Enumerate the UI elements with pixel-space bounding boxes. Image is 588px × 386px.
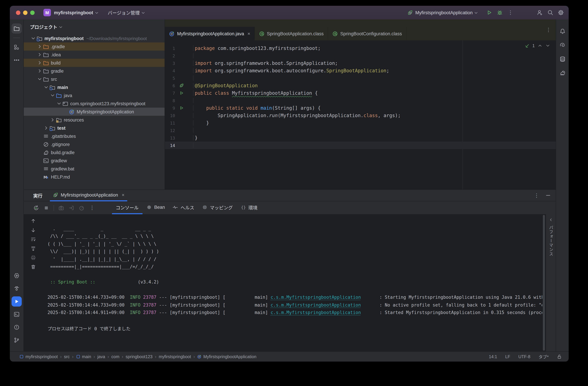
chevron-down-icon[interactable] xyxy=(43,85,49,90)
chevron-down-icon[interactable] xyxy=(50,93,55,98)
unlock-icon[interactable] xyxy=(557,354,562,359)
close-icon[interactable]: × xyxy=(248,31,250,36)
project-widget[interactable]: M myfirstspringboot xyxy=(43,9,99,16)
scroll-end-button[interactable] xyxy=(31,246,36,251)
search-everywhere-button[interactable] xyxy=(547,9,553,16)
tree-item[interactable]: .gitignore xyxy=(24,140,165,148)
tree-item[interactable]: gradlew.bat xyxy=(24,165,165,173)
soft-wrap-button[interactable] xyxy=(31,237,36,242)
tree-item[interactable]: .gradle xyxy=(24,43,165,51)
tree-item[interactable]: .idea xyxy=(24,51,165,59)
console-output[interactable]: . ____ _ __ _ _ /\\ / ___'_ __ _ _(_)_ _… xyxy=(43,214,542,351)
settings-button[interactable] xyxy=(558,9,564,16)
rerun-button[interactable] xyxy=(33,205,39,211)
run-configuration-tab[interactable]: MyfirstspringbootApplication × xyxy=(50,190,127,201)
performance-side-tab[interactable]: パフォーマンス xyxy=(546,214,556,351)
camera-button[interactable] xyxy=(58,205,64,211)
project-folder-button[interactable] xyxy=(12,23,22,34)
chevron-down-icon[interactable] xyxy=(56,101,62,106)
run-button[interactable] xyxy=(486,9,492,16)
printer-button[interactable] xyxy=(31,255,36,260)
spring-leaf-icon[interactable] xyxy=(177,83,186,88)
tree-item[interactable]: java xyxy=(24,91,165,99)
editor-body[interactable]: 1 1package com.springboot123.myfirstspri… xyxy=(165,40,556,189)
console-tab-マッピング[interactable]: マッピング xyxy=(198,201,236,214)
run-active-button[interactable] xyxy=(12,296,22,307)
run-panel-options-button[interactable]: ⋮ xyxy=(533,192,540,198)
tree-item[interactable]: com.springboot123.myfirstspringboot xyxy=(24,99,165,108)
debug-button[interactable] xyxy=(497,9,503,16)
breadcrumb-item[interactable]: myfirstspringboot xyxy=(159,354,191,359)
minimize-window-button[interactable] xyxy=(23,10,27,15)
arrow-up-button[interactable] xyxy=(31,218,36,224)
run-triangle-icon[interactable] xyxy=(177,91,186,95)
arrow-down-button[interactable] xyxy=(31,227,36,233)
build-tool-button[interactable] xyxy=(12,283,22,294)
more-actions-button[interactable]: ⋮ xyxy=(507,9,514,16)
database-button[interactable] xyxy=(559,56,566,62)
file-encoding[interactable]: UTF-8 xyxy=(518,354,530,359)
chevron-right-icon[interactable] xyxy=(43,125,49,131)
tree-item[interactable]: build xyxy=(24,59,165,67)
bell-button[interactable] xyxy=(559,28,566,34)
close-icon[interactable]: × xyxy=(122,192,125,197)
run-configuration-widget[interactable]: MyfirstspringbootApplication xyxy=(407,10,478,15)
console-tab-bean[interactable]: Bean xyxy=(142,201,169,214)
tree-item[interactable]: MyfirstspringbootApplication xyxy=(24,108,165,116)
stop-button[interactable] xyxy=(43,205,49,211)
problems-button[interactable] xyxy=(12,322,22,332)
commit-button[interactable] xyxy=(12,42,22,52)
services-button[interactable] xyxy=(12,271,22,281)
breadcrumb-item[interactable]: com xyxy=(111,354,119,359)
line-ending[interactable]: LF xyxy=(505,354,510,359)
add-user-button[interactable] xyxy=(537,9,543,16)
chevron-right-icon[interactable] xyxy=(37,68,42,74)
tree-item[interactable]: myfirstspringboot~/Downloads/myfirstspri… xyxy=(24,34,165,43)
breadcrumb-item[interactable]: java xyxy=(97,354,105,359)
console-tab-コンソール[interactable]: コンソール xyxy=(112,201,142,214)
chevron-right-icon[interactable] xyxy=(37,44,42,49)
tree-item[interactable]: gradlew xyxy=(24,157,165,165)
breadcrumb-item[interactable]: MyfirstspringbootApplication xyxy=(197,354,256,359)
console-tab-環境[interactable]: {}環境 xyxy=(236,201,261,214)
tree-item[interactable]: main xyxy=(24,83,165,91)
gradle-elephant-button[interactable] xyxy=(559,70,566,76)
trash-button[interactable] xyxy=(31,264,36,270)
editor-tab[interactable]: SpringBootConfiguration.class xyxy=(328,27,406,40)
tab-list-menu-button[interactable]: ⋮ xyxy=(546,27,551,33)
vcs-widget[interactable]: バージョン管理 xyxy=(108,9,145,16)
zoom-window-button[interactable] xyxy=(30,10,35,15)
ai-assistant-button[interactable] xyxy=(559,42,566,48)
editor-tab[interactable]: SpringBootApplication.class xyxy=(255,27,328,40)
gauge-button[interactable] xyxy=(79,205,84,211)
tree-item[interactable]: MHELP.md xyxy=(24,173,165,181)
more-button[interactable] xyxy=(12,55,22,65)
terminal-button[interactable] xyxy=(12,309,22,319)
tree-item[interactable]: resources xyxy=(24,116,165,124)
console-tab-ヘルス[interactable]: ヘルス xyxy=(169,201,198,214)
hide-panel-button[interactable] xyxy=(545,192,551,198)
caret-position[interactable]: 14:1 xyxy=(489,354,497,359)
chevron-right-icon[interactable] xyxy=(37,52,42,57)
chevron-down-icon[interactable] xyxy=(31,36,36,41)
tree-item[interactable]: .gitattributes xyxy=(24,132,165,140)
breadcrumb-item[interactable]: src xyxy=(64,354,70,359)
import-thread-dump-button[interactable] xyxy=(68,205,74,211)
chevron-right-icon[interactable] xyxy=(50,117,55,123)
tree-item[interactable]: gradle xyxy=(24,67,165,75)
tree-item[interactable]: test xyxy=(24,124,165,132)
close-window-button[interactable] xyxy=(16,10,20,15)
indent-style[interactable]: タブ* xyxy=(538,353,549,360)
project-panel-header[interactable]: プロジェクト xyxy=(24,19,165,29)
git-branch-button[interactable] xyxy=(12,335,22,345)
breadcrumb-item[interactable]: main xyxy=(76,354,91,359)
editor-tab[interactable]: MyfirstspringbootApplication.java× xyxy=(165,27,255,40)
console-scrollbar[interactable] xyxy=(542,214,546,351)
breadcrumbs[interactable]: myfirstspringboot›src›main›java›com›spri… xyxy=(19,354,256,359)
tree-item[interactable]: src xyxy=(24,75,165,83)
scrollbar-thumb[interactable] xyxy=(543,215,545,351)
breadcrumb-item[interactable]: myfirstspringboot xyxy=(19,354,58,359)
chevron-right-icon[interactable] xyxy=(37,60,42,66)
breadcrumb-item[interactable]: springboot123 xyxy=(126,354,152,359)
more-options-button[interactable]: ⋮ xyxy=(89,205,95,211)
